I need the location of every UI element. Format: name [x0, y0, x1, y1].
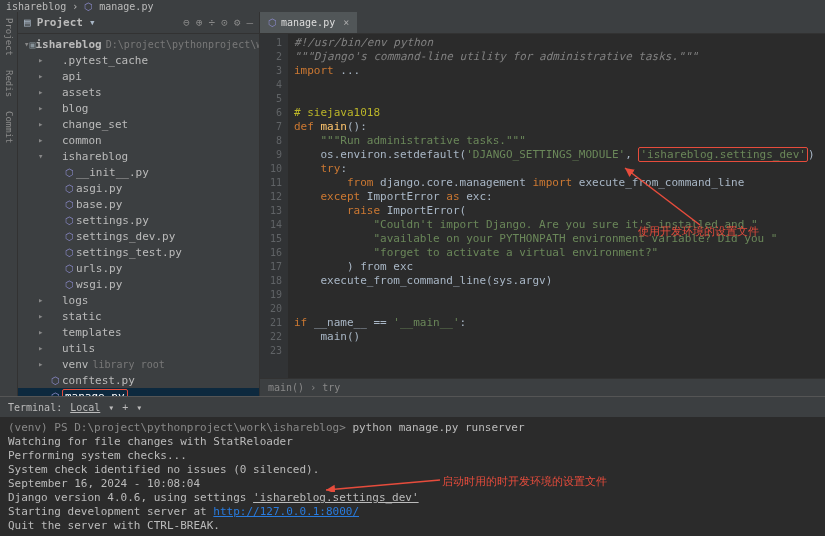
tree-item-common[interactable]: ▸common	[18, 132, 259, 148]
tree-item-wsgi-py[interactable]: ⬡wsgi.py	[18, 276, 259, 292]
tab-label: manage.py	[281, 17, 335, 28]
terminal-tab[interactable]: Local	[70, 402, 100, 413]
project-panel-header: ▤ Project ▾ ⊖ ⊕ ÷ ⊙ ⚙ —	[18, 12, 259, 34]
python-icon: ⬡	[268, 17, 277, 28]
tree-item-manage-py[interactable]: ⬡manage.py	[18, 388, 259, 396]
tree-item-asgi-py[interactable]: ⬡asgi.py	[18, 180, 259, 196]
dropdown-icon[interactable]: ▾	[89, 16, 96, 29]
terminal-more-icon[interactable]: ▾	[136, 402, 142, 413]
tree-item-settings_test-py[interactable]: ⬡settings_test.py	[18, 244, 259, 260]
crumb-try[interactable]: try	[322, 382, 340, 393]
target-icon[interactable]: ⊙	[221, 16, 228, 29]
tree-item-conftest-py[interactable]: ⬡conftest.py	[18, 372, 259, 388]
add-terminal-icon[interactable]: +	[122, 402, 128, 413]
tree-item-base-py[interactable]: ⬡base.py	[18, 196, 259, 212]
terminal-dropdown-icon[interactable]: ▾	[108, 402, 114, 413]
file-name: manage.py	[99, 1, 153, 12]
chevron-right-icon: ›	[72, 1, 78, 12]
file-icon: ⬡	[84, 1, 93, 12]
tree-item-blog[interactable]: ▸blog	[18, 100, 259, 116]
left-tool-gutter: Project Redis Commit	[0, 12, 18, 396]
project-panel: ▤ Project ▾ ⊖ ⊕ ÷ ⊙ ⚙ — ▾▣ishareblogD:\p…	[18, 12, 260, 396]
tree-item--pytest_cache[interactable]: ▸.pytest_cache	[18, 52, 259, 68]
tool-commit[interactable]: Commit	[4, 111, 14, 144]
tree-item-static[interactable]: ▸static	[18, 308, 259, 324]
editor-tabbar: ⬡ manage.py ×	[260, 12, 825, 34]
close-icon[interactable]: ×	[343, 17, 349, 28]
tree-item-settings_dev-py[interactable]: ⬡settings_dev.py	[18, 228, 259, 244]
tree-item-utils[interactable]: ▸utils	[18, 340, 259, 356]
terminal-header: Terminal: Local ▾ + ▾	[0, 397, 825, 417]
project-icon: ▤	[24, 16, 31, 29]
line-gutter: 1234567891011121314151617181920212223	[260, 34, 288, 378]
title-bar: ishareblog › ⬡ manage.py	[0, 0, 825, 12]
terminal-output[interactable]: (venv) PS D:\project\pythonproject\work\…	[0, 417, 825, 536]
tree-root[interactable]: ▾▣ishareblogD:\project\pythonproject\wor…	[18, 36, 259, 52]
divide-icon[interactable]: ÷	[209, 16, 216, 29]
crumb-main[interactable]: main()	[268, 382, 304, 393]
tree-item-__init__-py[interactable]: ⬡__init__.py	[18, 164, 259, 180]
project-tree[interactable]: ▾▣ishareblogD:\project\pythonproject\wor…	[18, 34, 259, 396]
chevron-right-icon: ›	[310, 382, 316, 393]
editor-tab[interactable]: ⬡ manage.py ×	[260, 12, 357, 33]
tree-item-templates[interactable]: ▸templates	[18, 324, 259, 340]
tree-item-logs[interactable]: ▸logs	[18, 292, 259, 308]
tree-item-ishareblog[interactable]: ▾ishareblog	[18, 148, 259, 164]
project-name: ishareblog	[6, 1, 66, 12]
terminal-panel: Terminal: Local ▾ + ▾ (venv) PS D:\proje…	[0, 396, 825, 536]
tool-project[interactable]: Project	[4, 18, 14, 56]
tree-item-change_set[interactable]: ▸change_set	[18, 116, 259, 132]
tree-item-settings-py[interactable]: ⬡settings.py	[18, 212, 259, 228]
editor-pane: ⬡ manage.py × 12345678910111213141516171…	[260, 12, 825, 396]
code-area[interactable]: 1234567891011121314151617181920212223 #!…	[260, 34, 825, 378]
expand-icon[interactable]: ⊕	[196, 16, 203, 29]
editor-breadcrumb: main() › try	[260, 378, 825, 396]
hide-icon[interactable]: —	[246, 16, 253, 29]
tool-redis[interactable]: Redis	[4, 70, 14, 97]
tree-item-venv[interactable]: ▸venvlibrary root	[18, 356, 259, 372]
gear-icon[interactable]: ⚙	[234, 16, 241, 29]
collapse-icon[interactable]: ⊖	[183, 16, 190, 29]
code-content[interactable]: #!/usr/bin/env python"""Django's command…	[288, 34, 825, 378]
project-panel-title: Project	[37, 16, 83, 29]
tree-item-assets[interactable]: ▸assets	[18, 84, 259, 100]
tree-item-urls-py[interactable]: ⬡urls.py	[18, 260, 259, 276]
terminal-title: Terminal:	[8, 402, 62, 413]
tree-item-api[interactable]: ▸api	[18, 68, 259, 84]
